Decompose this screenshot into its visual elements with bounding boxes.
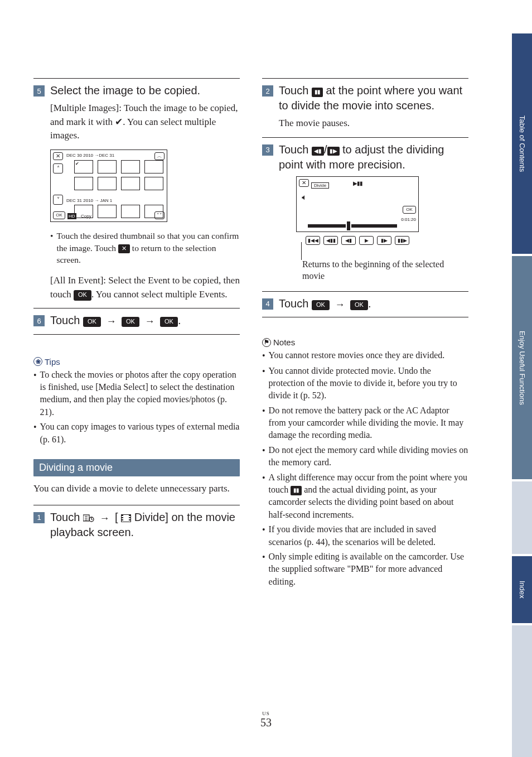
date-range-1: DEC 30 2010 →DEC 31 — [66, 153, 114, 158]
step-number: 3 — [262, 144, 273, 156]
step-heading: Touch ◀▮/▮▶ to adjust the dividing point… — [279, 142, 468, 172]
timeline-bar — [308, 224, 397, 228]
section-heading-dividing: Dividing a movie — [33, 459, 240, 476]
tips-heading: ❀ Tips — [33, 357, 240, 367]
step-2-body: The movie pauses. — [279, 117, 468, 131]
thumbnail: ✔ — [74, 160, 93, 173]
thumbnail — [74, 177, 93, 190]
close-icon: ✕ — [53, 152, 63, 160]
text: Touch — [279, 143, 312, 156]
step-5: 5 Select the image to be copied. — [33, 83, 240, 98]
thumbnail — [121, 205, 140, 218]
section-intro: You can divide a movie to delete unneces… — [33, 482, 240, 496]
checkmark-icon: ✔ — [115, 117, 123, 127]
list-item: If you divide movies that are included i… — [262, 523, 468, 548]
step-1: 1 Touch → [ Divide] on the movie playbac… — [33, 510, 240, 540]
hd-badge: HD — [67, 213, 76, 219]
thumbnail — [98, 160, 117, 173]
callout-line — [301, 242, 302, 260]
page-number-value: 53 — [260, 716, 272, 729]
page-body: 5 Select the image to be copied. [Multip… — [33, 78, 474, 708]
close-icon: ✕ — [299, 179, 309, 187]
arrow-icon: → — [335, 298, 345, 311]
play-pause-icon: ▶▮▮ — [353, 180, 362, 186]
date-range-2: DEC 31 2010 → JAN 1 — [66, 198, 112, 203]
pause-button-icon: ▮▮ — [312, 88, 323, 97]
step-number: 4 — [262, 298, 273, 310]
step-heading: Touch ▮▮ at the point where you want to … — [279, 83, 468, 113]
ok-button-icon: OK — [122, 317, 139, 327]
notes-label: Notes — [273, 337, 295, 347]
skip-start-icon: ▮◀◀ — [306, 236, 320, 245]
list-item: You cannot divide protected movie. Undo … — [262, 365, 468, 402]
arrow-icon: → — [100, 512, 110, 525]
step-heading: Touch → [ Divide] on the movie playback … — [50, 510, 240, 540]
step-number: 6 — [33, 315, 45, 326]
prev-frame-group-icon: ◀▮▮ — [323, 236, 338, 245]
thumbnail — [144, 177, 163, 190]
thumbnail — [98, 177, 117, 190]
side-tabs: Table of Contents Enjoy Useful Functions… — [512, 33, 532, 736]
page-number: US 53 — [260, 711, 272, 729]
list-item: To check the movies or photos after the … — [33, 369, 240, 419]
notes-heading: ⚑ Notes — [262, 337, 468, 347]
text: Touch — [50, 511, 83, 523]
tips-icon: ❀ — [33, 357, 42, 366]
tab-spacer — [512, 625, 532, 757]
list-item: Only simple editing is available on the … — [262, 551, 468, 588]
prev-frame-button-icon: ◀▮ — [312, 147, 324, 156]
list-item: You can copy images to various types of … — [33, 421, 240, 446]
ok-button-icon: OK — [312, 300, 330, 310]
arrow-icon: → — [144, 315, 154, 328]
thumbnail — [98, 205, 117, 218]
scroll-up-icon: ˄ — [53, 163, 63, 173]
scroll-top-icon: ︿ — [154, 152, 165, 160]
notes-list: You cannot restore movies once they are … — [262, 349, 468, 588]
step-6: 6 Touch OK → OK → OK. — [33, 313, 240, 328]
ok-button-icon: OK — [74, 290, 91, 301]
divide-label: Divide — [311, 182, 329, 189]
options-menu-icon — [83, 514, 94, 522]
list-item: You cannot restore movies once they are … — [262, 349, 468, 362]
step-3: 3 Touch ◀▮/▮▶ to adjust the dividing poi… — [262, 142, 468, 172]
copy-label: Copy — [81, 214, 91, 219]
step-number: 1 — [33, 512, 45, 523]
tab-table-of-contents[interactable]: Table of Contents — [512, 33, 532, 254]
figure-caption: Returns to the beginning of the selected… — [302, 258, 468, 282]
tab-index[interactable]: Index — [512, 556, 532, 623]
region-code: US — [260, 711, 272, 716]
step-number: 5 — [33, 85, 45, 97]
list-item: Do not eject the memory card while divid… — [262, 444, 468, 469]
step-5-body-1: [Multiple Images]: Touch the image to be… — [50, 102, 240, 143]
tab-enjoy-useful-functions[interactable]: Enjoy Useful Functions — [512, 256, 532, 479]
list-item: A slight difference may occur from the p… — [262, 471, 468, 522]
text: Touch — [279, 297, 312, 310]
text: [ — [115, 511, 118, 523]
right-column: 2 Touch ▮▮ at the point where you want t… — [262, 78, 468, 708]
ok-button-icon: OK — [350, 300, 368, 310]
prev-frame-icon: ◀▮ — [341, 236, 356, 245]
thumbnail — [144, 160, 163, 173]
scroll-down-icon: ˅ — [53, 195, 63, 205]
bullet-icon: • — [50, 230, 53, 266]
step-number: 2 — [262, 85, 273, 97]
tips-label: Tips — [45, 357, 60, 367]
arrow-icon: → — [106, 315, 116, 328]
thumbnail — [121, 160, 140, 173]
play-icon: ▶ — [359, 236, 374, 245]
ok-button-icon: OK — [53, 211, 65, 219]
speaker-icon: 🔈︎ — [300, 194, 307, 202]
timecode: 0:01:20 — [401, 217, 416, 222]
movie-icon — [121, 514, 131, 522]
step-5-note: • Touch the desired thumbnail so that yo… — [50, 230, 240, 266]
next-frame-group-icon: ▮▮▶ — [395, 236, 409, 245]
notes-icon: ⚑ — [262, 338, 271, 347]
ok-button-icon: OK — [83, 317, 101, 327]
ok-button-icon: OK — [160, 317, 178, 327]
step-heading: Touch OK → OK → OK. — [50, 313, 240, 328]
text: Touch — [279, 84, 312, 97]
tips-list: To check the movies or photos after the … — [33, 369, 240, 446]
pause-button-icon: ▮▮ — [291, 486, 302, 495]
step-5-body-2: [All In Event]: Select the Event to be c… — [50, 274, 240, 301]
next-frame-icon: ▮▶ — [377, 236, 391, 245]
